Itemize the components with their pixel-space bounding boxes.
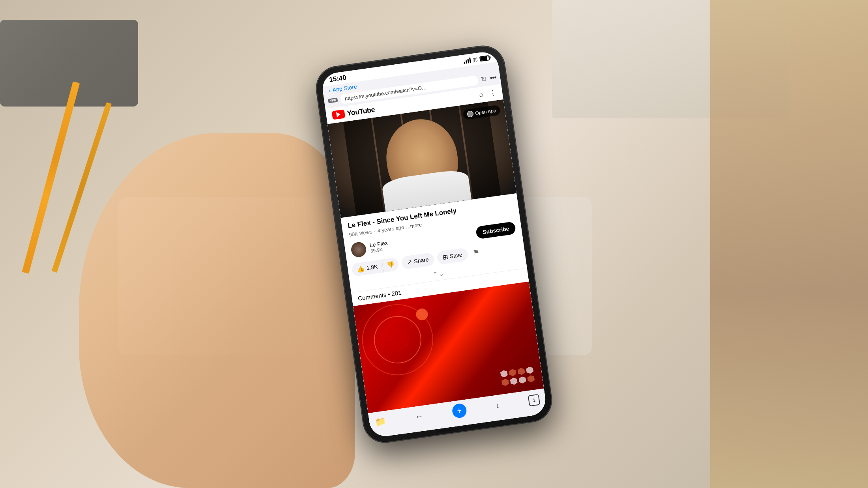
channel-avatar [350,241,367,258]
like-count: 1.8K [366,263,378,271]
channel-info[interactable]: Le Flex 39.9K [350,238,389,258]
youtube-more-icon[interactable]: ⋮ [489,88,497,97]
wood-right [710,0,868,488]
share-icon: ↗ [406,258,413,266]
wifi-icon: ⌘ [472,56,478,63]
video-views: 90K views [349,228,373,237]
more-button[interactable]: ••• [490,73,497,82]
new-tab-button[interactable]: + [451,402,468,419]
youtube-header-icons: ⌕ ⋮ [479,88,497,99]
hand-bg [79,133,355,488]
vpn-badge: VPN [328,97,338,103]
youtube-icon-box [332,109,346,120]
flag-button[interactable]: ⚑ [470,245,483,260]
save-button[interactable]: ⊞ Save [436,247,469,265]
folder-icon[interactable]: 📁 [375,416,387,428]
status-time: 15:40 [329,73,347,84]
status-icons: ⌘ [463,54,490,64]
download-button[interactable]: ↓ [495,400,500,410]
back-arrow-icon[interactable]: ‹ [328,87,331,93]
thumbs-down-icon: 👎 [386,261,395,269]
open-app-label: Open App [475,107,496,116]
reload-button[interactable]: ↻ [481,74,488,84]
signal-bars [463,57,471,64]
collapse-icon: ⌃⌄ [432,269,445,279]
save-icon: ⊞ [442,253,449,261]
tabs-count-badge[interactable]: 1 [528,394,541,406]
keyboard-bg [0,20,138,107]
channel-details: Le Flex 39.9K [369,239,389,254]
plus-icon: + [456,405,462,416]
video-more-link[interactable]: ...more [406,221,422,229]
youtube-search-icon[interactable]: ⌕ [479,90,484,99]
comments-label: Comments • 201 [357,289,402,301]
battery-icon [479,55,490,61]
youtube-wordmark: YouTube [346,105,375,118]
share-label: Share [413,256,429,264]
subscribe-button[interactable]: Subscribe [475,221,516,239]
save-label: Save [449,251,463,259]
open-app-avatar-icon [467,110,474,118]
youtube-logo: YouTube [332,105,376,120]
dislike-button[interactable]: 👎 [382,257,399,272]
video-content: Open App Le Flex - Since You Left Me Lon… [327,99,548,438]
video-dot-separator: · [374,228,376,234]
thumbs-up-icon: 👍 [356,264,365,273]
youtube-play-icon [336,111,341,117]
like-button[interactable]: 👍 1.8K [351,259,383,277]
back-navigation-button[interactable]: ← [415,411,424,421]
share-button[interactable]: ↗ Share [400,252,435,269]
